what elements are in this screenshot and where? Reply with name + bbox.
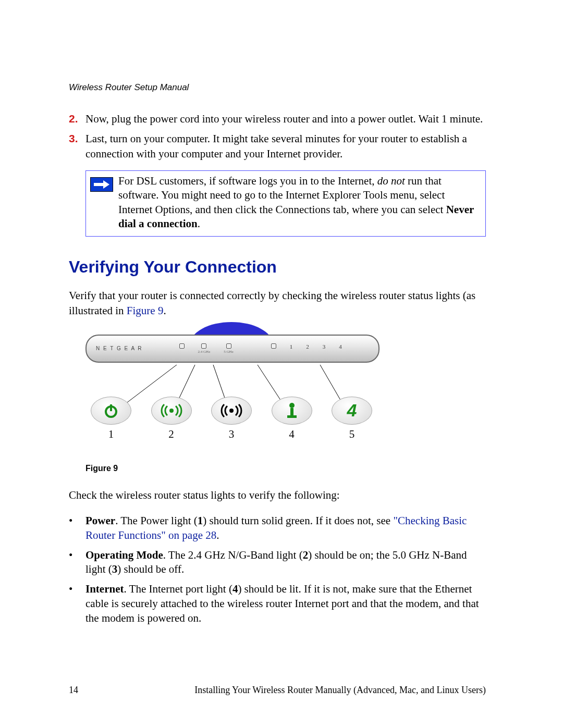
- note-callout: For DSL customers, if software logs you …: [85, 170, 486, 237]
- page: Wireless Router Setup Manual 2. Now, plu…: [0, 0, 563, 728]
- router-body: N E T G E A R ⏻ 2.4 GHz 5 GHz 1 2 3 4: [85, 335, 380, 363]
- content-area: Wireless Router Setup Manual 2. Now, plu…: [69, 82, 486, 631]
- bullet-operating-mode: • Operating Mode. The 2.4 GHz N/G-Band l…: [69, 548, 486, 577]
- svg-rect-10: [290, 408, 293, 415]
- section-heading: Verifying Your Connection: [69, 257, 486, 277]
- led-power: 1: [91, 397, 131, 441]
- page-number: 14: [69, 685, 78, 696]
- svg-point-8: [229, 409, 234, 413]
- bullet-power: • Power. The Power light (1) should turn…: [69, 514, 486, 542]
- figure-9: N E T G E A R ⏻ 2.4 GHz 5 GHz 1 2 3 4: [85, 329, 486, 473]
- figure-crossref[interactable]: Figure 9: [127, 304, 164, 317]
- router-led-strip: ⏻ 2.4 GHz 5 GHz 1 2 3 4: [179, 343, 369, 354]
- router-brand: N E T G E A R: [96, 346, 143, 351]
- bullet-internet: • Internet. The Internet port light (4) …: [69, 582, 486, 625]
- status-bullets: • Power. The Power light (1) should turn…: [69, 514, 486, 625]
- arrow-icon: [90, 177, 113, 192]
- wireless-black-icon: [218, 403, 244, 418]
- figure-caption: Figure 9: [85, 464, 486, 473]
- svg-rect-11: [287, 415, 297, 418]
- led-internet: 4: [272, 397, 312, 441]
- svg-point-7: [169, 409, 174, 413]
- led-5ghz: 3: [211, 397, 252, 441]
- numbered-steps: 2. Now, plug the power cord into your wi…: [69, 112, 486, 161]
- running-header: Wireless Router Setup Manual: [69, 82, 486, 93]
- wireless-green-icon: [158, 403, 185, 418]
- callout-lines: 1: [85, 365, 377, 453]
- step-2: 2. Now, plug the power cord into your wi…: [69, 112, 486, 126]
- chapter-title: Installing Your Wireless Router Manually…: [194, 685, 486, 696]
- led-port4: 4 5: [332, 397, 372, 441]
- step-number: 3.: [69, 131, 85, 161]
- internet-icon: [284, 402, 300, 419]
- router-illustration: N E T G E A R ⏻ 2.4 GHz 5 GHz 1 2 3 4: [85, 329, 377, 367]
- led-24ghz: 2: [151, 397, 192, 441]
- page-footer: 14 Installing Your Wireless Router Manua…: [69, 685, 486, 696]
- step-text: Now, plug the power cord into your wirel…: [85, 112, 483, 126]
- note-text: For DSL customers, if software logs you …: [118, 174, 480, 231]
- power-icon: [103, 403, 119, 418]
- step-3: 3. Last, turn on your computer. It might…: [69, 131, 486, 161]
- step-text: Last, turn on your computer. It might ta…: [85, 131, 486, 161]
- port-number-glyph: 4: [347, 400, 357, 421]
- step-number: 2.: [69, 112, 85, 126]
- svg-point-9: [289, 403, 295, 408]
- check-intro: Check the wireless router status lights …: [69, 488, 486, 502]
- intro-paragraph: Verify that your router is connected cor…: [69, 288, 486, 318]
